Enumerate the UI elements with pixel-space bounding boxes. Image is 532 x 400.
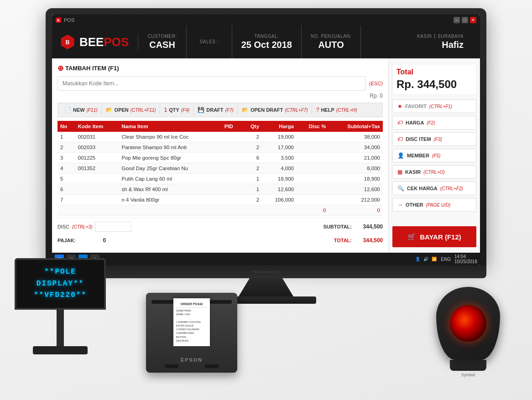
cell-qty: 1	[242, 184, 262, 195]
subtotal-group: SUBTOTAL: 344,500	[323, 223, 383, 230]
printer-feet	[151, 364, 232, 368]
total-value: 344,500	[355, 237, 383, 244]
disc-item-button[interactable]: 🏷 DISC ITEM (F3)	[392, 132, 476, 146]
right-panel: Total Rp. 344,500 ★ FAVORIT (CTRL+F1) 🏷 …	[389, 58, 480, 253]
cell-harga: 17,000	[262, 142, 297, 153]
kasir-field: Kasir 1 Surabaya Hafiz	[408, 26, 473, 58]
cell-harga: 106,000	[262, 195, 297, 205]
app-title: POS	[64, 17, 74, 23]
esc-label: (ESC)	[369, 81, 383, 86]
pay-label: BAYAR (F12)	[420, 233, 461, 241]
new-button[interactable]: 📄 NEW (F11)	[61, 105, 102, 115]
open-icon: 📂	[106, 107, 113, 113]
cell-no	[57, 205, 75, 216]
sales-field: SALES :	[187, 26, 232, 58]
draft-button[interactable]: 💾 DRAFT (F7)	[194, 105, 238, 115]
search-input[interactable]	[57, 76, 365, 91]
customer-value: CASH	[149, 40, 175, 50]
member-icon: 👤	[397, 152, 404, 159]
receipt-title: ORDER PO432	[176, 302, 207, 306]
table-row: 1 002031 Clear Shampo 90 ml Ice Coc 2 19…	[57, 132, 383, 142]
cell-kode	[75, 205, 119, 216]
cell-subtotal: 8,000	[329, 163, 383, 174]
scanner-body	[436, 287, 500, 360]
monitor-chin	[46, 265, 486, 278]
total-display: Total Rp. 344,500	[392, 64, 476, 95]
pole-base	[33, 346, 88, 354]
content-area: ⊕ TAMBAH ITEM (F1) (ESC) Rp. 0	[52, 58, 480, 253]
cell-nama: Pop Mie goreng Spc 80gr	[119, 153, 221, 163]
col-nama: Nama Item	[119, 121, 221, 132]
cell-nama: n 4 Vanila 800gr	[119, 195, 221, 205]
cell-nama: Putih Cap Lang 60 ml	[119, 174, 221, 184]
cell-harga	[262, 205, 297, 216]
pole-display: **POLE DISPLAY** **VFD220**	[15, 258, 106, 354]
kasir-button[interactable]: ▦ KASIR (CTRL+O)	[392, 165, 476, 179]
printer-body: ORDER PO432 SOMETHING NAME: LISA 1 SHRIM…	[146, 293, 237, 373]
draft-icon: 💾	[198, 107, 204, 113]
col-no: No	[57, 121, 75, 132]
cell-nama: sh & Wax Rf 400 ml	[119, 184, 221, 195]
star-icon: ★	[397, 103, 402, 109]
other-button[interactable]: → OTHER (PAGE U/D)	[392, 198, 476, 212]
qty-button[interactable]: 1 QTY (F4)	[161, 105, 194, 115]
title-bar: B POS ─ □ ✕	[52, 15, 480, 26]
open-draft-button[interactable]: 📂 OPEN DRAFT (CTRL+F7)	[238, 105, 312, 115]
cek-harga-button[interactable]: 🔍 CEK HARGA (CTRL+F2)	[392, 182, 476, 195]
open-draft-icon: 📂	[242, 107, 249, 113]
member-button[interactable]: 👤 MEMBER (F5)	[392, 149, 476, 162]
totals-row2: PAJAK: 0 TOTAL: 344,500	[57, 235, 383, 247]
cell-nama: Pantene Shampo 90 ml Anti	[119, 142, 221, 153]
close-button[interactable]: ✕	[470, 17, 476, 23]
open-button[interactable]: 📂 OPEN (CTRL+F11)	[102, 105, 160, 115]
disc-group: DISC (CTRL+3)	[57, 222, 131, 232]
favorit-button[interactable]: ★ FAVORIT (CTRL+F1)	[392, 99, 476, 113]
cell-kode	[75, 195, 119, 205]
customer-field: CUSTOMER: CASH	[138, 26, 186, 58]
cell-nama	[119, 205, 221, 216]
table-row: 5 Putih Cap Lang 60 ml 1 18,900 18,900	[57, 174, 383, 184]
taskbar-lang: ENG	[441, 257, 451, 262]
cell-qty: 1	[242, 174, 262, 184]
add-item-button[interactable]: ⊕ TAMBAH ITEM (F1)	[57, 64, 119, 73]
cell-disc	[297, 163, 329, 174]
volume-icon: 📶	[431, 256, 437, 262]
help-button[interactable]: ? HELP (CTRL+H)	[313, 105, 361, 115]
minimize-button[interactable]: ─	[454, 17, 460, 23]
cell-pid	[222, 195, 242, 205]
search-row: (ESC)	[57, 76, 383, 91]
total-label: TOTAL:	[334, 238, 352, 243]
table-row: 6 sh & Wax Rf 400 ml 1 12,600 12,600	[57, 184, 383, 195]
cell-disc	[297, 174, 329, 184]
tanggal-value: 25 Oct 2018	[241, 40, 292, 50]
cell-nama: Clear Shampo 90 ml Ice Coc	[119, 132, 221, 142]
taskbar-date: 10/25/2018	[454, 259, 477, 264]
cell-no: 7	[57, 195, 75, 205]
network-icon: 🔊	[422, 256, 429, 262]
cell-no: 6	[57, 184, 75, 195]
cell-kode: 002031	[75, 132, 119, 142]
disc-label: DISC	[57, 224, 69, 229]
cell-no: 3	[57, 153, 75, 163]
disc-input[interactable]	[95, 222, 131, 232]
cell-pid	[222, 163, 242, 174]
harga-button[interactable]: 🏷 HARGA (F2)	[392, 116, 476, 130]
col-pid: PID	[222, 121, 242, 132]
add-item-bar: ⊕ TAMBAH ITEM (F1)	[57, 64, 383, 73]
total-group: TOTAL: 344,500	[334, 237, 383, 244]
cell-no: 1	[57, 132, 75, 142]
total-display-value: Rp. 344,500	[396, 78, 472, 91]
tanggal-field: TANGGAL: 25 Oct 2018	[232, 26, 302, 58]
sys-icons: 👤 🔊 📶	[414, 256, 437, 262]
maximize-button[interactable]: □	[462, 17, 468, 23]
kasir-icon: ▦	[397, 169, 402, 175]
cell-qty: 2	[242, 163, 262, 174]
cell-kode	[75, 184, 119, 195]
totals-row: DISC (CTRL+3) SUBTOTAL: 344,500	[57, 218, 383, 235]
pay-icon: 🛒	[407, 233, 416, 241]
new-icon: 📄	[64, 107, 71, 113]
pay-button[interactable]: 🛒 BAYAR (F12)	[392, 226, 476, 247]
cell-nama: Good Day 25gr Carebian Nu	[119, 163, 221, 174]
pajak-group: PAJAK: 0	[57, 237, 106, 244]
cell-kode	[75, 174, 119, 184]
